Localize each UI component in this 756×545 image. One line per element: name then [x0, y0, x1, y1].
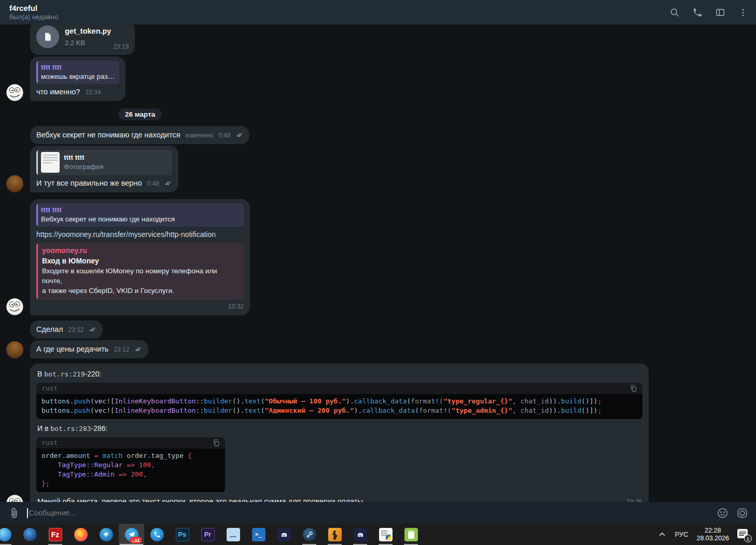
video-message-icon[interactable] — [735, 506, 749, 520]
taskbar-powershell-icon[interactable]: >_ — [246, 524, 271, 545]
taskbar-caller-icon[interactable] — [144, 524, 170, 545]
chat-header: f4rceful был(а) недавно — [0, 0, 756, 24]
tray-time: 22:28 — [696, 527, 729, 535]
text-caret — [27, 508, 28, 518]
message-time: 23:12 — [68, 325, 84, 335]
message-bubble[interactable]: А где цены редачить 23:12 ✓✓ — [30, 340, 148, 358]
inline-code: bot.rs:283 — [50, 425, 91, 432]
peer-info[interactable]: f4rceful был(а) недавно — [9, 4, 58, 21]
message-time: 23:19 — [113, 41, 129, 52]
call-icon[interactable] — [692, 7, 703, 18]
reply-quote[interactable]: tttt tttt Вебхук секрет не понимаю где н… — [36, 203, 244, 227]
code-intro-line: В bot.rs:219-220: — [37, 369, 642, 380]
message-link[interactable]: https://yoomoney.ru/transfer/myservices/… — [36, 229, 244, 240]
copy-code-icon[interactable] — [630, 384, 638, 393]
message-time: 0:48 — [218, 130, 230, 141]
link-message[interactable]: tttt tttt Вебхук секрет не понимаю где н… — [30, 199, 250, 315]
message-time: 0:48 — [147, 178, 159, 189]
file-size: 2.2 KB — [65, 38, 111, 48]
photo-thumbnail — [41, 152, 60, 173]
reply-quote-photo[interactable]: tttt tttt Фотография — [36, 150, 172, 175]
taskbar-discord-icon-2[interactable] — [347, 524, 373, 545]
avatar-self[interactable] — [6, 341, 23, 358]
taskbar-firefox-icon[interactable] — [68, 524, 93, 545]
peer-status: был(а) недавно — [9, 13, 58, 21]
message-group: В bot.rs:219-220: rust buttons.push(vec!… — [0, 364, 756, 502]
notification-center-icon[interactable]: 1 — [737, 529, 750, 540]
search-icon[interactable] — [669, 7, 680, 18]
message-input[interactable] — [29, 509, 710, 517]
message-text: Сделал — [36, 324, 63, 334]
message-bubble[interactable]: tttt tttt можешь вкратце раз… что именно… — [30, 57, 125, 101]
taskbar-photoshop-icon[interactable]: Ps — [170, 524, 195, 545]
taskbar-globe-icon[interactable] — [0, 524, 17, 545]
taskbar-premiere-icon[interactable]: Pr — [195, 524, 220, 545]
system-tray: РУС 22:28 28.03.2026 1 — [658, 524, 756, 545]
menu-dots-icon[interactable] — [737, 7, 749, 18]
notification-count-badge: 1 — [744, 535, 752, 542]
message-text: Меняй оба места первое это текст кнопки,… — [37, 496, 642, 502]
read-checkmarks-icon: ✓✓ — [134, 344, 142, 355]
taskbar-thunderbird-icon[interactable] — [93, 524, 119, 545]
file-message[interactable]: get_token.py 2.2 KB 23:19 — [30, 24, 135, 55]
language-indicator[interactable]: РУС — [675, 530, 688, 538]
sidebar-toggle-icon[interactable] — [715, 7, 726, 18]
code-message[interactable]: В bot.rs:219-220: rust buttons.push(vec!… — [30, 364, 649, 502]
message-group: Сделал 23:12 ✓✓ А где цены редачить 23:1… — [0, 320, 756, 358]
taskbar-filezilla-icon[interactable]: Fz — [43, 524, 68, 545]
tray-expand-icon[interactable] — [658, 530, 666, 539]
preview-title: Вход в ЮMoney — [42, 256, 239, 266]
message-time: 23:25 — [626, 497, 642, 502]
avatar-smiley[interactable] — [6, 84, 23, 101]
code-intro-line: И в bot.rs:283-286: — [37, 423, 642, 434]
message-text: А где цены редачить — [36, 344, 108, 354]
read-checkmarks-icon: ✓✓ — [236, 130, 244, 141]
message-group: tttt tttt Вебхук секрет не понимаю где н… — [0, 199, 756, 315]
taskbar-discord-icon[interactable] — [271, 524, 297, 545]
link-preview-card[interactable]: yoomoney.ru Вход в ЮMoney Входите в коше… — [36, 243, 244, 300]
clock[interactable]: 22:28 28.03.2026 — [696, 527, 729, 542]
peer-name: f4rceful — [9, 4, 58, 13]
avatar-smiley[interactable] — [6, 495, 23, 502]
message-group: get_token.py 2.2 KB 23:19 tttt tttt може… — [0, 24, 756, 101]
copy-code-icon[interactable] — [213, 439, 221, 447]
message-time: 23:12 — [114, 344, 129, 355]
emoji-icon[interactable] — [716, 506, 729, 520]
date-separator: 26 марта — [118, 108, 756, 120]
tray-date: 28.03.2026 — [696, 535, 729, 542]
windows-taskbar: Fz ..11 Ps Pr >_ — [0, 524, 756, 545]
inline-code: bot.rs:219 — [44, 370, 85, 378]
preview-site: yoomoney.ru — [42, 246, 239, 256]
read-checkmarks-icon: ✓✓ — [164, 178, 172, 189]
avatar-self[interactable] — [6, 175, 23, 192]
chat-history[interactable]: get_token.py 2.2 KB 23:19 tttt tttt може… — [0, 24, 756, 502]
message-bubble[interactable]: tttt tttt Фотография И тут все правильно… — [30, 146, 178, 192]
reply-quote[interactable]: tttt tttt можешь вкратце раз… — [36, 61, 119, 84]
taskbar-steam-icon[interactable] — [297, 524, 322, 545]
message-time: 23:34 — [85, 87, 101, 97]
telegram-window: f4rceful был(а) недавно — [0, 0, 756, 545]
code-language-label: rust — [41, 438, 58, 448]
taskbar-window-app-icon[interactable] — [220, 524, 246, 545]
file-download-icon[interactable] — [36, 25, 59, 48]
message-input-bar — [0, 502, 756, 524]
message-time: 10:32 — [228, 303, 244, 310]
taskbar-counter-strike-icon[interactable] — [322, 524, 347, 545]
taskbar-firefox-nightly-icon[interactable] — [17, 524, 43, 545]
message-group: Вебхук секрет не понимаю где находится и… — [0, 126, 756, 192]
message-bubble[interactable]: Вебхук секрет не понимаю где находится и… — [30, 126, 249, 144]
taskbar-notepad-plus-icon[interactable] — [398, 524, 424, 545]
message-text: что именно? — [36, 87, 80, 97]
code-language-label: rust — [41, 383, 58, 394]
edited-label: изменено — [186, 130, 214, 141]
code-content[interactable]: buttons.push(vec![InlineKeyboardButton::… — [36, 394, 642, 419]
taskbar-python-file-icon[interactable] — [373, 524, 398, 545]
code-content[interactable]: order.amount = match order.tag_type { Ta… — [36, 449, 225, 492]
taskbar-telegram-icon[interactable]: ..11 — [119, 524, 144, 545]
date-badge[interactable]: 26 марта — [118, 108, 162, 120]
message-text: Вебхук секрет не понимаю где находится — [36, 130, 180, 140]
message-bubble[interactable]: Сделал 23:12 ✓✓ — [30, 320, 103, 339]
avatar-smiley[interactable] — [6, 298, 23, 315]
code-block-2: rust order.amount = match order.tag_type… — [36, 437, 225, 492]
attach-paperclip-icon[interactable] — [7, 506, 21, 520]
